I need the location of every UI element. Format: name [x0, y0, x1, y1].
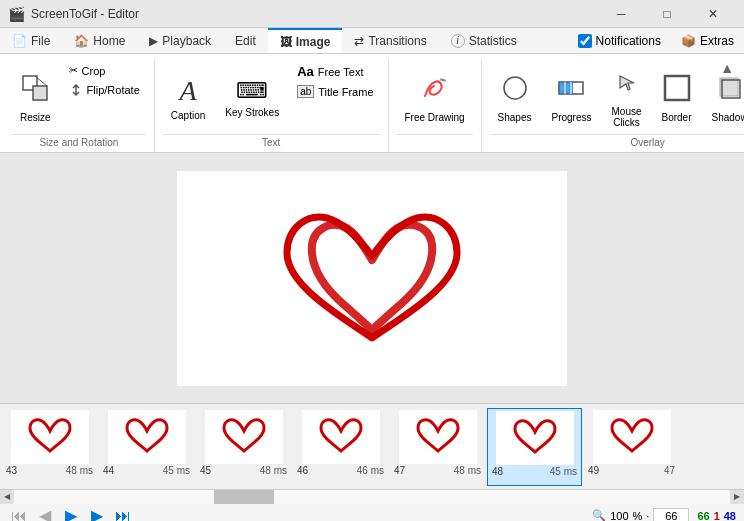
film-frame-canvas-48	[496, 411, 574, 465]
mouse-clicks-button[interactable]: MouseClicks	[603, 62, 649, 134]
free-drawing-icon	[421, 74, 449, 109]
resize-icon	[21, 74, 49, 109]
status-numbers: 66 1 48	[697, 510, 736, 522]
film-frame-info-46: 46 46 ms	[295, 464, 386, 477]
status-bar: ⏮ ◀ ▶ ▶ ⏭ 🔍 100 % · 66 1 48	[0, 503, 744, 521]
notifications-checkbox[interactable]	[578, 34, 592, 48]
zoom-separator: ·	[646, 510, 649, 522]
home-icon: 🏠	[74, 34, 89, 48]
ribbon-group-text: A Caption ⌨ Key Strokes Aa Free Text ab …	[155, 58, 389, 152]
resize-button[interactable]: Resize	[12, 62, 59, 134]
ribbon-col-text-small: Aa Free Text ab Title Frame	[291, 62, 379, 100]
progress-button[interactable]: Progress	[543, 62, 599, 134]
key-strokes-label: Key Strokes	[225, 107, 279, 118]
ribbon-group-label-size-rotation: Size and Rotation	[12, 134, 146, 152]
file-icon: 📄	[12, 34, 27, 48]
shadow-icon	[716, 74, 744, 109]
image-icon: 🖼	[280, 35, 292, 49]
progress-label: Progress	[551, 112, 591, 123]
statistics-icon: i	[451, 34, 465, 48]
status-num-blue: 48	[724, 510, 736, 522]
film-frame-49[interactable]: 49 47	[584, 408, 679, 486]
title-frame-label: Title Frame	[318, 86, 373, 98]
film-frame-canvas-47	[399, 410, 477, 464]
minimize-button[interactable]: ─	[598, 0, 644, 28]
nav-play-button[interactable]: ▶	[60, 505, 82, 522]
ribbon-group-label-text: Text	[163, 134, 380, 152]
caption-label: Caption	[171, 110, 205, 121]
zoom-icon: 🔍	[592, 509, 606, 521]
extras-icon: 📦	[681, 34, 696, 48]
notifications-label: Notifications	[596, 34, 661, 48]
title-frame-button[interactable]: ab Title Frame	[291, 83, 379, 100]
ribbon-group-size-rotation-content: Resize ✂ Crop Flip/Rotate	[12, 58, 146, 134]
nav-prev-button[interactable]: ◀	[34, 505, 56, 522]
free-text-icon: Aa	[297, 64, 314, 79]
frame-number-input[interactable]	[653, 508, 689, 522]
film-frame-43[interactable]: 43 48 ms	[2, 408, 97, 486]
window-controls: ─ □ ✕	[598, 0, 736, 28]
menu-edit[interactable]: Edit	[223, 28, 268, 53]
ribbon-collapse-button[interactable]: ▲	[714, 58, 740, 78]
film-frame-44[interactable]: 44 45 ms	[99, 408, 194, 486]
playback-icon: ▶	[149, 34, 158, 48]
nav-next-button[interactable]: ▶	[86, 505, 108, 522]
menu-transitions[interactable]: ⇄ Transitions	[342, 28, 438, 53]
scroll-left-button[interactable]: ◀	[0, 490, 14, 504]
menu-home[interactable]: 🏠 Home	[62, 28, 137, 53]
crop-button[interactable]: ✂ Crop	[63, 62, 146, 79]
film-frame-45[interactable]: 45 48 ms	[196, 408, 291, 486]
notifications-toggle[interactable]: Notifications	[568, 30, 671, 52]
mouse-clicks-label: MouseClicks	[611, 106, 641, 128]
menu-bar: 📄 File 🏠 Home ▶ Playback Edit 🖼 Image ⇄ …	[0, 28, 744, 54]
svg-point-4	[504, 77, 526, 99]
menu-file[interactable]: 📄 File	[0, 28, 62, 53]
film-frame-info-49: 49 47	[586, 464, 677, 477]
film-frame-47[interactable]: 47 48 ms	[390, 408, 485, 486]
caption-button[interactable]: A Caption	[163, 62, 213, 134]
menu-image[interactable]: 🖼 Image	[268, 28, 343, 53]
app-title: ScreenToGif - Editor	[31, 7, 598, 21]
zoom-value: 100	[610, 510, 628, 522]
ribbon-group-drawing: Free Drawing	[389, 58, 482, 152]
shapes-icon	[501, 74, 529, 109]
film-frame-46[interactable]: 46 46 ms	[293, 408, 388, 486]
menu-statistics[interactable]: i Statistics	[439, 28, 529, 53]
drawing-canvas[interactable]	[232, 178, 512, 378]
transitions-icon: ⇄	[354, 34, 364, 48]
border-button[interactable]: Border	[654, 62, 700, 134]
mouse-clicks-icon	[612, 68, 640, 103]
svg-rect-1	[33, 86, 47, 100]
free-drawing-button[interactable]: Free Drawing	[397, 62, 473, 134]
scroll-right-button[interactable]: ▶	[730, 490, 744, 504]
menu-playback[interactable]: ▶ Playback	[137, 28, 223, 53]
ribbon-group-overlay: Shapes Progress	[482, 58, 744, 152]
nav-first-button[interactable]: ⏮	[8, 505, 30, 522]
crop-icon: ✂	[69, 64, 78, 77]
film-frame-info-43: 43 48 ms	[4, 464, 95, 477]
flip-rotate-button[interactable]: Flip/Rotate	[63, 81, 146, 99]
maximize-button[interactable]: □	[644, 0, 690, 28]
border-icon	[663, 74, 691, 109]
crop-label: Crop	[82, 65, 106, 77]
resize-label: Resize	[20, 112, 51, 123]
extras-toggle[interactable]: 📦 Extras	[671, 30, 744, 52]
shapes-button[interactable]: Shapes	[490, 62, 540, 134]
title-bar: 🎬 ScreenToGif - Editor ─ □ ✕	[0, 0, 744, 28]
free-text-button[interactable]: Aa Free Text	[291, 62, 379, 81]
ribbon-group-drawing-content: Free Drawing	[397, 58, 473, 134]
ribbon-group-text-content: A Caption ⌨ Key Strokes Aa Free Text ab …	[163, 58, 380, 134]
film-frame-48[interactable]: 48 45 ms	[487, 408, 582, 486]
close-button[interactable]: ✕	[690, 0, 736, 28]
progress-icon	[557, 74, 585, 109]
scroll-track[interactable]	[14, 490, 730, 504]
border-label: Border	[662, 112, 692, 123]
ribbon: Resize ✂ Crop Flip/Rotate Size and Rotat…	[0, 54, 744, 153]
horizontal-scrollbar: ◀ ▶	[0, 489, 744, 503]
key-strokes-icon: ⌨	[236, 78, 268, 104]
nav-last-button[interactable]: ⏭	[112, 505, 134, 522]
key-strokes-button[interactable]: ⌨ Key Strokes	[217, 62, 287, 134]
zoom-unit: %	[633, 510, 643, 522]
caption-icon: A	[179, 75, 196, 107]
ribbon-group-label-overlay: Overlay	[490, 134, 744, 152]
